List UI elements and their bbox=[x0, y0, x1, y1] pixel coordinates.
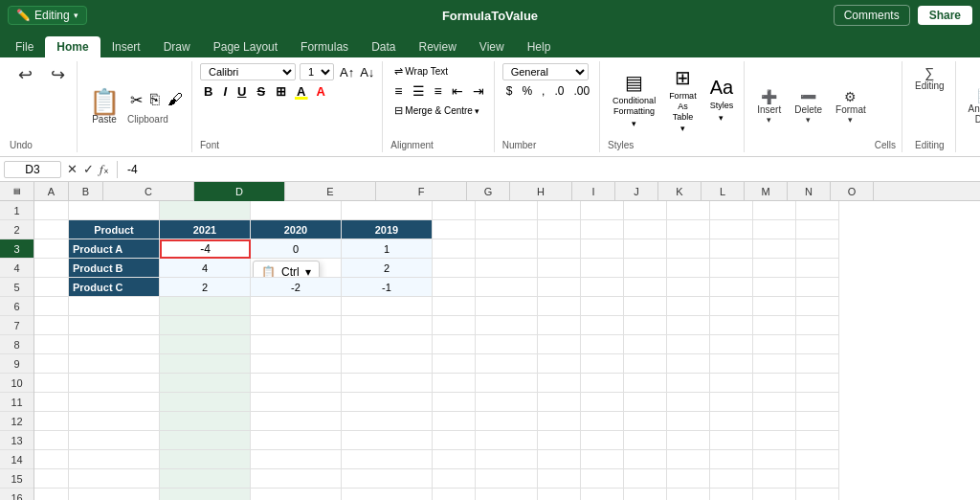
decrease-font-button[interactable]: A↓ bbox=[358, 65, 376, 80]
cell-I11[interactable] bbox=[538, 393, 581, 412]
styles-dropdown-icon[interactable]: ▾ bbox=[719, 113, 724, 123]
insert-function-icon[interactable]: 𝑓ₓ bbox=[98, 162, 111, 177]
cell-M2[interactable] bbox=[710, 220, 753, 239]
cell-H3[interactable] bbox=[476, 239, 538, 259]
select-all-button[interactable]: ▤ bbox=[13, 187, 21, 195]
currency-button[interactable]: $ bbox=[502, 83, 517, 99]
cell-J16[interactable] bbox=[581, 489, 624, 500]
strikethrough-button[interactable]: S bbox=[253, 83, 269, 100]
cell-H9[interactable] bbox=[476, 354, 538, 374]
row-num-7[interactable]: 7 bbox=[0, 316, 33, 335]
cell-M16[interactable] bbox=[710, 489, 753, 500]
cell-C1[interactable] bbox=[69, 201, 160, 220]
cell-M11[interactable] bbox=[710, 393, 753, 412]
cell-F12[interactable] bbox=[342, 412, 433, 431]
cell-G16[interactable] bbox=[433, 489, 476, 500]
cell-L10[interactable] bbox=[667, 374, 710, 393]
cell-A3[interactable] bbox=[34, 239, 69, 259]
cell-I16[interactable] bbox=[538, 489, 581, 500]
cell-L11[interactable] bbox=[667, 393, 710, 412]
align-left-button[interactable]: ≡ bbox=[390, 82, 406, 100]
cell-I13[interactable] bbox=[538, 431, 581, 450]
cell-M14[interactable] bbox=[710, 450, 753, 469]
cell-O3[interactable] bbox=[796, 239, 839, 259]
percent-button[interactable]: % bbox=[518, 83, 536, 99]
cell-L15[interactable] bbox=[667, 469, 710, 489]
bold-button[interactable]: B bbox=[200, 83, 216, 100]
cell-G1[interactable] bbox=[433, 201, 476, 220]
cell-D16[interactable] bbox=[160, 489, 251, 500]
cell-N10[interactable] bbox=[753, 374, 796, 393]
cell-M13[interactable] bbox=[710, 431, 753, 450]
border-button[interactable]: ⊞ bbox=[272, 83, 290, 100]
cell-I9[interactable] bbox=[538, 354, 581, 374]
cell-F15[interactable] bbox=[342, 469, 433, 489]
cell-C5-product-c[interactable]: Product C bbox=[69, 278, 160, 297]
cell-H6[interactable] bbox=[476, 297, 538, 316]
cell-H15[interactable] bbox=[476, 469, 538, 489]
cell-M12[interactable] bbox=[710, 412, 753, 431]
cell-I3[interactable] bbox=[538, 239, 581, 259]
col-header-B[interactable]: B bbox=[69, 182, 103, 201]
row-num-1[interactable]: 1 bbox=[0, 201, 33, 220]
redo-button[interactable]: ↪ bbox=[42, 63, 73, 86]
cell-J4[interactable] bbox=[581, 259, 624, 278]
cell-D9[interactable] bbox=[160, 354, 251, 374]
cell-J11[interactable] bbox=[581, 393, 624, 412]
col-header-G[interactable]: G bbox=[467, 182, 510, 201]
cell-I1[interactable] bbox=[538, 201, 581, 220]
cell-D15[interactable] bbox=[160, 469, 251, 489]
cell-K7[interactable] bbox=[624, 316, 667, 335]
font-name-select[interactable]: Calibri bbox=[200, 63, 296, 80]
cell-G12[interactable] bbox=[433, 412, 476, 431]
cell-C8[interactable] bbox=[69, 335, 160, 354]
cell-F2-header-2019[interactable]: 2019 bbox=[342, 220, 433, 239]
cell-N5[interactable] bbox=[753, 278, 796, 297]
delete-button[interactable]: ➖ Delete ▾ bbox=[790, 87, 827, 127]
tab-help[interactable]: Help bbox=[516, 36, 563, 57]
cell-O9[interactable] bbox=[796, 354, 839, 374]
cut-button[interactable]: ✂ bbox=[127, 90, 145, 110]
tab-file[interactable]: File bbox=[4, 36, 45, 57]
cell-E12[interactable] bbox=[251, 412, 342, 431]
cell-K12[interactable] bbox=[624, 412, 667, 431]
cell-H7[interactable] bbox=[476, 316, 538, 335]
cell-G9[interactable] bbox=[433, 354, 476, 374]
cell-I7[interactable] bbox=[538, 316, 581, 335]
cell-C12[interactable] bbox=[69, 412, 160, 431]
cell-K14[interactable] bbox=[624, 450, 667, 469]
cell-G8[interactable] bbox=[433, 335, 476, 354]
italic-button[interactable]: I bbox=[219, 83, 231, 100]
row-num-2[interactable]: 2 bbox=[0, 220, 33, 239]
cell-D11[interactable] bbox=[160, 393, 251, 412]
cell-O7[interactable] bbox=[796, 316, 839, 335]
cell-M5[interactable] bbox=[710, 278, 753, 297]
cell-O15[interactable] bbox=[796, 469, 839, 489]
cell-K2[interactable] bbox=[624, 220, 667, 239]
cell-M6[interactable] bbox=[710, 297, 753, 316]
tab-home[interactable]: Home bbox=[45, 36, 100, 57]
cell-F4[interactable]: 2 bbox=[342, 259, 433, 278]
cell-E14[interactable] bbox=[251, 450, 342, 469]
cell-D3-selected[interactable]: -4 bbox=[160, 239, 251, 259]
col-header-N[interactable]: N bbox=[788, 182, 831, 201]
cell-D10[interactable] bbox=[160, 374, 251, 393]
cell-K9[interactable] bbox=[624, 354, 667, 374]
cell-N12[interactable] bbox=[753, 412, 796, 431]
cell-K4[interactable] bbox=[624, 259, 667, 278]
format-as-table-button[interactable]: ⊞ Format AsTable ▾ bbox=[664, 63, 702, 136]
cell-G6[interactable] bbox=[433, 297, 476, 316]
editing-dropdown-icon[interactable]: ▾ bbox=[74, 11, 78, 20]
cell-M3[interactable] bbox=[710, 239, 753, 259]
row-num-6[interactable]: 6 bbox=[0, 297, 33, 316]
cell-O6[interactable] bbox=[796, 297, 839, 316]
cell-I10[interactable] bbox=[538, 374, 581, 393]
cell-A11[interactable] bbox=[34, 393, 69, 412]
cell-A16[interactable] bbox=[34, 489, 69, 500]
cell-C10[interactable] bbox=[69, 374, 160, 393]
font-size-select[interactable]: 12 bbox=[300, 63, 334, 80]
cell-K6[interactable] bbox=[624, 297, 667, 316]
cell-J10[interactable] bbox=[581, 374, 624, 393]
cell-H11[interactable] bbox=[476, 393, 538, 412]
cell-I15[interactable] bbox=[538, 469, 581, 489]
